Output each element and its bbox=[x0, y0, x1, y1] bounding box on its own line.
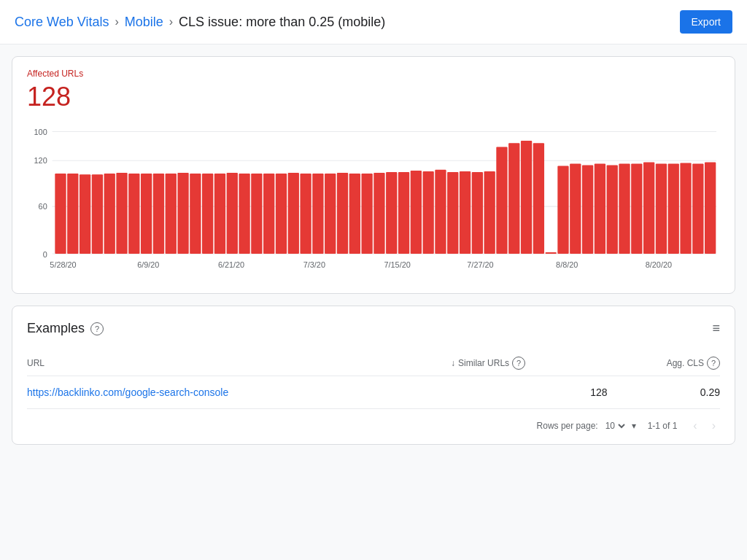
prev-page-button[interactable]: ‹ bbox=[689, 418, 701, 434]
next-page-button[interactable]: › bbox=[708, 418, 720, 434]
svg-rect-23 bbox=[239, 174, 249, 254]
svg-text:120: 120 bbox=[34, 156, 47, 165]
svg-rect-9 bbox=[67, 174, 78, 254]
svg-rect-18 bbox=[177, 173, 188, 254]
breadcrumb-separator-1: › bbox=[115, 15, 118, 28]
svg-rect-25 bbox=[263, 174, 274, 254]
svg-rect-17 bbox=[166, 174, 177, 254]
pagination-row: Rows per page: 10 25 50 ▾ 1-1 of 1 ‹ › bbox=[27, 409, 720, 437]
similar-urls-column-header[interactable]: ↓ Similar URLs ? bbox=[451, 351, 608, 376]
examples-title-text: Examples bbox=[27, 321, 85, 336]
svg-rect-58 bbox=[668, 163, 679, 254]
svg-rect-52 bbox=[595, 163, 605, 254]
examples-card: Examples ? ≡ URL ↓ Similar URLs ? bbox=[12, 306, 735, 445]
table-header-row: URL ↓ Similar URLs ? Agg. CLS ? bbox=[27, 351, 720, 376]
bar-chart: 100 120 60 0 5/28/20 6/9/20 6/21/20 7/3/… bbox=[27, 124, 720, 284]
svg-rect-57 bbox=[656, 163, 667, 254]
svg-rect-33 bbox=[361, 174, 372, 254]
rows-per-page-select[interactable]: 10 25 50 bbox=[603, 420, 627, 432]
svg-text:8/20/20: 8/20/20 bbox=[646, 260, 672, 269]
rows-per-page: Rows per page: 10 25 50 ▾ bbox=[537, 420, 636, 432]
svg-rect-40 bbox=[447, 172, 458, 254]
svg-rect-53 bbox=[607, 166, 618, 254]
agg-cls-label: Agg. CLS bbox=[667, 358, 704, 368]
svg-rect-43 bbox=[484, 171, 495, 254]
svg-rect-50 bbox=[570, 163, 581, 254]
svg-rect-46 bbox=[521, 141, 532, 254]
svg-rect-56 bbox=[643, 162, 654, 254]
svg-rect-27 bbox=[288, 173, 299, 254]
svg-rect-38 bbox=[422, 171, 433, 254]
svg-rect-34 bbox=[374, 173, 384, 254]
svg-rect-35 bbox=[386, 172, 397, 254]
svg-rect-37 bbox=[411, 171, 422, 254]
svg-text:7/3/20: 7/3/20 bbox=[303, 260, 325, 269]
page-container: Core Web Vitals › Mobile › CLS issue: mo… bbox=[0, 0, 747, 560]
sort-down-arrow: ↓ bbox=[451, 358, 455, 368]
agg-cls-cell: 0.29 bbox=[608, 376, 720, 409]
svg-text:0: 0 bbox=[43, 250, 47, 259]
svg-rect-39 bbox=[435, 170, 446, 254]
breadcrumb-mobile[interactable]: Mobile bbox=[125, 15, 163, 30]
svg-rect-26 bbox=[276, 174, 287, 254]
page-nav: ‹ › bbox=[689, 418, 720, 434]
svg-rect-21 bbox=[214, 174, 225, 254]
page-info: 1-1 of 1 bbox=[648, 421, 678, 431]
svg-rect-44 bbox=[496, 147, 507, 254]
svg-rect-20 bbox=[202, 174, 213, 254]
svg-rect-11 bbox=[92, 174, 103, 254]
svg-rect-60 bbox=[692, 163, 703, 254]
svg-text:7/15/20: 7/15/20 bbox=[384, 260, 411, 269]
svg-rect-59 bbox=[680, 163, 691, 254]
svg-rect-61 bbox=[705, 162, 716, 254]
svg-rect-51 bbox=[582, 166, 593, 254]
svg-rect-49 bbox=[557, 166, 568, 254]
svg-rect-19 bbox=[190, 174, 201, 254]
svg-text:7/27/20: 7/27/20 bbox=[467, 260, 493, 269]
svg-rect-28 bbox=[300, 174, 311, 254]
examples-help-icon[interactable]: ? bbox=[90, 322, 104, 335]
svg-rect-13 bbox=[116, 173, 127, 254]
svg-rect-16 bbox=[153, 174, 164, 254]
breadcrumb-current: CLS issue: more than 0.25 (mobile) bbox=[179, 15, 385, 30]
svg-text:60: 60 bbox=[39, 202, 47, 211]
svg-rect-12 bbox=[104, 174, 115, 254]
svg-rect-55 bbox=[631, 163, 642, 254]
svg-rect-24 bbox=[251, 174, 262, 254]
svg-text:5/28/20: 5/28/20 bbox=[50, 260, 76, 269]
svg-rect-36 bbox=[398, 172, 409, 254]
agg-cls-column-header: Agg. CLS ? bbox=[608, 351, 720, 376]
similar-urls-help-icon[interactable]: ? bbox=[512, 357, 525, 370]
examples-header: Examples ? ≡ bbox=[27, 321, 720, 336]
svg-rect-32 bbox=[349, 174, 360, 254]
svg-text:100: 100 bbox=[34, 127, 47, 136]
svg-rect-41 bbox=[460, 171, 471, 254]
breadcrumb-core-web-vitals[interactable]: Core Web Vitals bbox=[15, 15, 109, 30]
rows-per-page-label: Rows per page: bbox=[537, 421, 598, 431]
url-column-header: URL bbox=[27, 351, 451, 376]
examples-title: Examples ? bbox=[27, 321, 104, 336]
svg-rect-8 bbox=[55, 174, 66, 254]
svg-text:6/21/20: 6/21/20 bbox=[218, 260, 244, 269]
filter-icon[interactable]: ≡ bbox=[712, 321, 720, 336]
svg-rect-22 bbox=[227, 173, 238, 254]
svg-rect-31 bbox=[337, 173, 348, 254]
examples-table: URL ↓ Similar URLs ? Agg. CLS ? bbox=[27, 351, 720, 409]
similar-urls-cell: 128 bbox=[451, 376, 608, 409]
agg-cls-help-icon[interactable]: ? bbox=[707, 357, 720, 370]
url-link[interactable]: https://backlinko.com/google-search-cons… bbox=[27, 386, 228, 398]
export-button[interactable]: Export bbox=[680, 10, 732, 34]
dropdown-arrow: ▾ bbox=[632, 421, 636, 431]
table-row: https://backlinko.com/google-search-cons… bbox=[27, 376, 720, 409]
svg-rect-54 bbox=[619, 163, 630, 254]
svg-rect-47 bbox=[533, 143, 544, 254]
svg-text:6/9/20: 6/9/20 bbox=[137, 260, 159, 269]
svg-rect-15 bbox=[141, 174, 152, 254]
svg-rect-48 bbox=[546, 252, 557, 254]
svg-rect-30 bbox=[325, 174, 336, 254]
svg-text:8/8/20: 8/8/20 bbox=[556, 260, 578, 269]
url-cell: https://backlinko.com/google-search-cons… bbox=[27, 376, 451, 409]
breadcrumb-separator-2: › bbox=[169, 15, 173, 28]
svg-rect-14 bbox=[128, 174, 139, 254]
affected-urls-count: 128 bbox=[27, 82, 720, 112]
